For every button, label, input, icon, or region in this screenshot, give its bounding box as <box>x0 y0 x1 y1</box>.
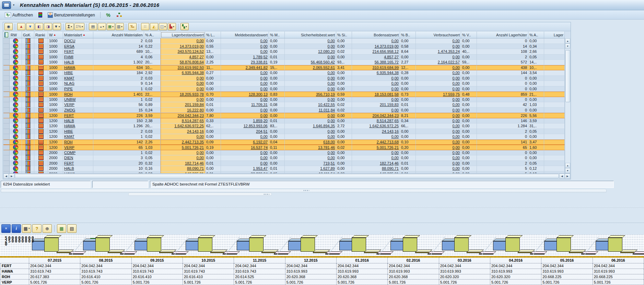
value-link[interactable]: VERP <box>64 145 74 150</box>
column-header[interactable]: Lagerbestandswert <box>161 32 205 38</box>
ranking-table-icon[interactable] <box>38 150 44 155</box>
pie-chart-icon[interactable] <box>13 86 18 92</box>
ranking-table-icon[interactable] <box>38 76 44 81</box>
value-link[interactable]: 0,00 <box>260 81 268 85</box>
value-link[interactable]: 88.090,71 <box>382 166 399 170</box>
value-link[interactable]: 201.159,84 <box>185 103 204 107</box>
value-link[interactable]: 4.857,27 <box>384 55 399 59</box>
value-link[interactable]: 12.080,20 <box>318 49 335 54</box>
window-menu-caret-icon[interactable]: ▾ <box>13 3 14 7</box>
pie-chart-icon[interactable] <box>13 161 18 166</box>
value-link[interactable]: 2.164.022,57 <box>438 60 460 64</box>
value-link[interactable]: 1.627,89 <box>320 166 335 170</box>
value-link[interactable]: 0,00 <box>453 81 460 85</box>
bar-chart-icon[interactable] <box>25 113 31 118</box>
value-link[interactable]: 56.388.165,72 <box>375 60 399 64</box>
sort-descending-button[interactable]: ▼ <box>26 23 34 30</box>
pie-chart-icon[interactable] <box>13 108 18 113</box>
value-link[interactable]: 5.001.726,21 <box>182 145 204 150</box>
value-link[interactable]: 0,00 <box>197 81 204 85</box>
pie-chart-icon[interactable] <box>13 166 18 171</box>
value-link[interactable]: HALB <box>64 60 74 64</box>
value-link[interactable]: 0,00 <box>391 97 399 102</box>
pie-chart-icon[interactable] <box>13 65 18 70</box>
row-selector[interactable] <box>3 118 10 124</box>
pie-chart-icon[interactable] <box>13 70 18 75</box>
value-link[interactable]: FERT <box>64 114 74 118</box>
column-header[interactable]: % Si.. <box>336 32 352 38</box>
layout-grid-button[interactable]: ▦▾ <box>22 224 31 233</box>
ranking-table-icon[interactable] <box>38 155 44 160</box>
value-link[interactable]: 0,00 <box>391 156 399 160</box>
bar-chart-icon[interactable] <box>25 108 31 112</box>
bar-chart-icon[interactable] <box>25 44 31 49</box>
value-link[interactable]: VERP <box>64 103 74 107</box>
value-link[interactable]: 18.153.081,58 <box>375 92 399 96</box>
value-link[interactable]: 1.642.636.972,25 <box>369 124 399 128</box>
splitter-grip-icon[interactable] <box>304 190 309 191</box>
column-header[interactable]: % L.. <box>205 32 221 38</box>
bar-chart-icon[interactable] <box>25 76 31 81</box>
pie-chart-icon[interactable] <box>13 44 18 49</box>
row-selector[interactable] <box>3 129 10 134</box>
value-link[interactable]: 0,00 <box>453 97 460 102</box>
details-button[interactable]: ◉ <box>4 23 13 30</box>
value-link[interactable]: 0,00 <box>260 71 268 75</box>
horizontal-splitter[interactable] <box>1 189 607 193</box>
value-link[interactable]: 0,00 <box>328 114 335 118</box>
bar-chart-icon[interactable] <box>25 150 31 155</box>
pie-chart-icon[interactable] <box>13 81 18 86</box>
value-link[interactable]: 13.781,46 <box>318 145 335 150</box>
scroll-left-icon[interactable]: ◀ <box>3 174 9 179</box>
pie-chart-icon[interactable] <box>13 102 18 107</box>
value-link[interactable]: ERSA <box>64 44 74 48</box>
value-link[interactable]: 1.859,20 <box>253 119 268 123</box>
value-link[interactable]: 0,00 <box>328 76 335 80</box>
find-next-button[interactable]: ◨ <box>44 23 52 30</box>
value-link[interactable]: 0,00 <box>391 151 399 155</box>
total-button[interactable]: Σ▾ <box>66 23 74 30</box>
value-link[interactable]: 8.514.287,65 <box>377 119 399 123</box>
bar-chart-icon[interactable] <box>25 145 31 150</box>
value-link[interactable]: 0,00 <box>453 145 460 150</box>
value-link[interactable]: 0,00 <box>197 156 204 160</box>
row-selector[interactable] <box>3 102 10 108</box>
picture-button[interactable]: ◭ <box>150 23 158 30</box>
value-link[interactable]: 88.090,71 <box>187 166 204 170</box>
column-header[interactable]: GsK <box>22 32 34 38</box>
column-header[interactable]: Lager <box>544 32 565 38</box>
row-selector[interactable] <box>3 123 10 129</box>
scroll-up-icon[interactable]: ▲ <box>565 38 570 44</box>
ranking-table-icon[interactable] <box>38 44 44 49</box>
column-header[interactable]: Ranki <box>34 32 48 38</box>
bar-chart-icon[interactable] <box>25 65 31 70</box>
value-link[interactable]: ROH <box>64 140 72 144</box>
value-link[interactable]: KMAT <box>64 134 74 139</box>
window-icon[interactable] <box>2 1 11 9</box>
currency-button[interactable]: ‰ <box>128 23 137 30</box>
row-selector[interactable] <box>3 65 10 71</box>
value-link[interactable]: 0,00 <box>328 71 335 75</box>
find-button[interactable]: ◧ <box>35 23 43 30</box>
value-link[interactable]: 16.222,80 <box>187 108 204 112</box>
value-link[interactable]: 0,00 <box>260 49 268 54</box>
value-link[interactable]: 0,00 <box>328 97 335 102</box>
ranking-table-icon[interactable] <box>38 92 44 97</box>
pie-chart-icon[interactable] <box>13 60 18 65</box>
column-header[interactable]: Verbrauchswert <box>416 32 461 38</box>
pie-chart-icon[interactable] <box>13 55 18 60</box>
value-link[interactable]: 12.853.993,06 <box>244 124 268 128</box>
value-link[interactable]: FERT <box>64 49 74 54</box>
refresh-button[interactable]: ↻ Auffrischen <box>3 11 35 19</box>
row-selector[interactable] <box>3 70 10 76</box>
bar-chart-icon[interactable] <box>25 38 31 43</box>
value-link[interactable]: UNBW <box>64 97 76 102</box>
value-link[interactable]: 24.143,16 <box>382 129 399 133</box>
row-selector[interactable] <box>3 49 10 55</box>
value-link[interactable]: NLAG <box>64 81 74 85</box>
percent-analysis-button[interactable]: % <box>104 12 113 19</box>
bar-chart-icon[interactable] <box>25 55 31 59</box>
ranking-table-icon[interactable] <box>38 60 44 64</box>
ranking-table-icon[interactable] <box>38 161 44 166</box>
value-link[interactable]: 11.709,31 <box>251 103 268 107</box>
